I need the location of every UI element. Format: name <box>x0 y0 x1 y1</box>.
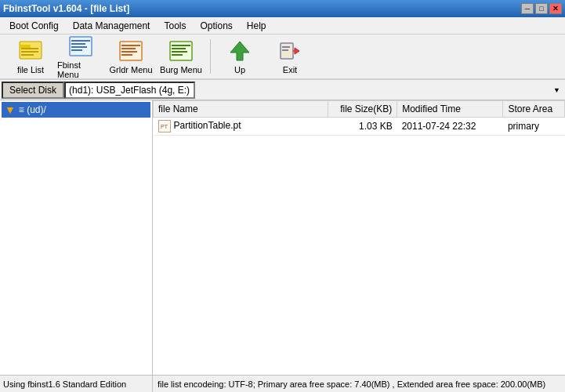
toolbar-fbinst-label: Fbinst Menu <box>57 60 104 79</box>
file-list-icon <box>18 38 43 64</box>
toolbar-exit-label: Exit <box>283 65 297 74</box>
minimize-button[interactable]: ─ <box>521 3 534 14</box>
toolbar-file-list-label: file List <box>17 65 44 74</box>
svg-rect-7 <box>71 43 85 45</box>
col-header-filesize: file Size(KB) <box>328 101 397 118</box>
svg-rect-9 <box>71 49 82 51</box>
svg-rect-22 <box>282 46 290 48</box>
svg-rect-8 <box>71 46 87 48</box>
toolbar-up[interactable]: Up <box>215 37 264 76</box>
select-disk-label: Select Disk <box>2 82 64 99</box>
tree-item-root[interactable]: ▼ ≡ (ud)/ <box>2 102 150 118</box>
svg-rect-14 <box>121 54 132 56</box>
toolbar-exit[interactable]: Exit <box>266 37 314 76</box>
file-tbody: PTPartitionTable.pt1.03 KB2011-07-24 22:… <box>154 118 565 136</box>
disk-select[interactable]: (hd1): USB_JetFlash (4g, E:) <box>64 82 195 99</box>
svg-rect-13 <box>121 51 137 53</box>
menu-tools[interactable]: Tools <box>158 19 192 33</box>
svg-rect-4 <box>21 54 34 56</box>
up-icon <box>227 38 252 64</box>
svg-rect-6 <box>71 40 90 42</box>
toolbar-divider <box>210 39 211 74</box>
col-header-modified: Modified Time <box>397 101 503 118</box>
file-icon: PT <box>158 120 171 132</box>
status-left: Using fbinst1.6 Standard Edition <box>0 376 153 392</box>
svg-rect-2 <box>21 48 38 49</box>
toolbar-file-list[interactable]: file List <box>6 37 55 76</box>
menu-options[interactable]: Options <box>194 19 238 33</box>
svg-marker-20 <box>230 42 249 60</box>
menu-data-management[interactable]: Data Management <box>67 19 157 33</box>
tree-item-root-label: ≡ (ud)/ <box>19 104 46 115</box>
right-panel: file Name file Size(KB) Modified Time St… <box>153 100 565 375</box>
svg-rect-0 <box>20 42 42 59</box>
toolbar: file List Fbinst Menu Grldr Menu <box>0 34 565 80</box>
svg-rect-1 <box>20 45 31 48</box>
exit-icon <box>277 38 302 64</box>
folder-icon: ▼ <box>5 103 16 116</box>
table-wrapper[interactable]: file Name file Size(KB) Modified Time St… <box>153 100 565 375</box>
select-disk-bar: Select Disk (hd1): USB_JetFlash (4g, E:) <box>0 80 565 100</box>
svg-rect-19 <box>172 54 183 56</box>
file-size: 1.03 KB <box>328 118 397 136</box>
toolbar-burg-menu[interactable]: Burg Menu <box>157 37 205 76</box>
table-row[interactable]: PTPartitionTable.pt1.03 KB2011-07-24 22:… <box>154 118 565 136</box>
title-bar-text: FbinstTool v1.604 - [file List] <box>3 3 129 14</box>
toolbar-up-label: Up <box>234 65 245 74</box>
svg-rect-11 <box>121 45 140 46</box>
file-modified: 2011-07-24 22:32 <box>397 118 503 136</box>
disk-select-wrapper[interactable]: (hd1): USB_JetFlash (4g, E:) <box>64 82 563 99</box>
svg-rect-18 <box>172 51 187 53</box>
restore-button[interactable]: □ <box>535 3 548 14</box>
menu-help[interactable]: Help <box>241 19 273 33</box>
svg-rect-12 <box>121 48 136 49</box>
toolbar-burg-label: Burg Menu <box>160 65 202 74</box>
status-bar: Using fbinst1.6 Standard Edition file li… <box>0 375 565 392</box>
menu-bar: Boot Config Data Management Tools Option… <box>0 17 565 34</box>
toolbar-fbinst-menu[interactable]: Fbinst Menu <box>56 37 105 76</box>
status-right: file list encodeing: UTF-8; Primary area… <box>153 376 565 392</box>
left-panel: ▼ ≡ (ud)/ <box>0 100 153 375</box>
col-header-store: Store Area <box>503 101 565 118</box>
col-header-filename: file Name <box>154 101 328 118</box>
file-table: file Name file Size(KB) Modified Time St… <box>153 100 565 136</box>
toolbar-grldr-label: Grldr Menu <box>109 65 152 74</box>
svg-rect-3 <box>21 51 38 53</box>
svg-rect-23 <box>282 49 288 51</box>
title-bar-controls: ─ □ ✕ <box>521 3 562 14</box>
menu-boot-config[interactable]: Boot Config <box>3 19 65 33</box>
title-bar: FbinstTool v1.604 - [file List] ─ □ ✕ <box>0 0 565 17</box>
main-area: ▼ ≡ (ud)/ file Name file Size(KB) Modifi… <box>0 100 565 375</box>
burg-menu-icon <box>168 38 194 64</box>
grldr-menu-icon <box>118 38 143 64</box>
close-button[interactable]: ✕ <box>549 3 562 14</box>
file-store: primary <box>503 118 565 136</box>
svg-rect-16 <box>172 45 190 46</box>
fbinst-menu-icon <box>68 34 93 59</box>
toolbar-grldr-menu[interactable]: Grldr Menu <box>107 37 155 76</box>
svg-rect-17 <box>172 48 186 49</box>
